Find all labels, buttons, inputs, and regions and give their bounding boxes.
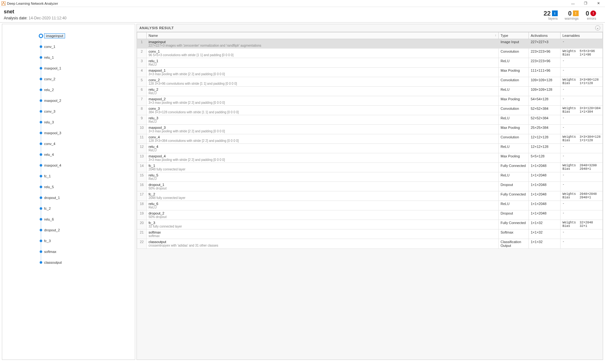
layer-activations: 54×54×128 (529, 96, 560, 106)
layer-desc: ReLU (149, 206, 496, 209)
analysis-date-value: 14-Dec-2020 11:12:40 (29, 16, 66, 20)
table-row[interactable]: 11conv_4128 3×3×384 convolutions with st… (137, 134, 603, 144)
table-row[interactable]: 1imageinput227×227×3 images with 'zeroce… (137, 39, 603, 49)
row-index: 18 (137, 201, 147, 210)
row-name-cell: conv_2128 3×3×96 convolutions with strid… (147, 77, 499, 87)
graph-node-fc_3[interactable]: fc_3 (40, 235, 135, 246)
graph-node-relu_5[interactable]: relu_5 (40, 182, 135, 192)
layer-type: Convolution (498, 106, 529, 115)
layer-name: maxpool_3 (149, 126, 496, 129)
col-activations[interactable]: Activations (529, 32, 560, 39)
node-label: relu_1 (44, 56, 54, 59)
graph-node-relu_2[interactable]: relu_2 (40, 84, 135, 95)
table-row[interactable]: 8conv_3384 3×3×128 convolutions with str… (137, 106, 603, 115)
node-dot-icon (40, 142, 42, 145)
summary-header: snet Analysis date: 14-Dec-2020 11:12:40… (0, 7, 605, 23)
table-row[interactable]: 17fc_22048 fully connected layerFully Co… (137, 191, 603, 201)
graph-node-maxpool_1[interactable]: maxpool_1 (40, 63, 135, 74)
network-graph-panel[interactable]: imageinputconv_1relu_1maxpool_1conv_2rel… (2, 24, 135, 360)
graph-node-classoutput[interactable]: classoutput (40, 257, 135, 268)
graph-node-imageinput[interactable]: imageinput (40, 30, 135, 41)
table-row[interactable]: 16dropout_150% dropoutDropout1×1×2048- (137, 182, 603, 191)
table-row[interactable]: 12relu_4ReLUReLU12×12×128- (137, 144, 603, 153)
table-row[interactable]: 18relu_6ReLUReLU1×1×2048- (137, 201, 603, 210)
row-index: 15 (137, 172, 147, 182)
node-dot-icon (40, 121, 42, 123)
graph-node-fc_1[interactable]: fc_1 (40, 171, 135, 182)
layer-type: Max Pooling (498, 125, 529, 134)
node-dot-icon (40, 110, 42, 113)
graph-node-conv_2[interactable]: conv_2 (40, 74, 135, 84)
layer-learnables: Weights 3×3×128×384 Bias 1×1×384 (560, 106, 602, 115)
graph-node-fc_2[interactable]: fc_2 (40, 203, 135, 214)
layer-desc: 3×3 max pooling with stride [2 2] and pa… (149, 101, 496, 104)
warnings-label: warnings (565, 17, 579, 20)
table-row[interactable]: 19dropout_250% dropoutDropout1×1×2048- (137, 210, 603, 220)
layer-activations: 223×223×96 (529, 58, 560, 68)
table-row[interactable]: 2conv_196 5×5×3 convolutions with stride… (137, 49, 603, 58)
layer-type: Convolution (498, 134, 529, 144)
node-dot-icon (40, 250, 42, 253)
graph-node-conv_3[interactable]: conv_3 (40, 106, 135, 117)
close-button[interactable]: ✕ (593, 0, 604, 7)
graph-node-relu_3[interactable]: relu_3 (40, 117, 135, 128)
layer-learnables: - (560, 115, 602, 125)
col-type[interactable]: Type (498, 32, 529, 39)
table-row[interactable]: 21softmaxsoftmaxSoftmax1×1×32- (137, 229, 603, 239)
stat-layers: 22i layers (544, 10, 558, 20)
table-row[interactable]: 22classoutputcrossentropyex with 'adidas… (137, 239, 603, 249)
graph-node-relu_4[interactable]: relu_4 (40, 149, 135, 160)
row-name-cell: relu_3ReLU (147, 115, 499, 125)
layer-activations: 12×12×128 (529, 144, 560, 153)
maximize-button[interactable]: ❐ (580, 0, 591, 7)
graph-node-relu_6[interactable]: relu_6 (40, 214, 135, 225)
layer-type: Dropout (498, 210, 529, 220)
table-row[interactable]: 10maxpool_33×3 max pooling with stride [… (137, 125, 603, 134)
table-row[interactable]: 14fc_12048 fully connected layerFully Co… (137, 163, 603, 172)
graph-node-conv_1[interactable]: conv_1 (40, 41, 135, 52)
graph-node-maxpool_4[interactable]: maxpool_4 (40, 160, 135, 171)
col-name[interactable]: Name↑ (147, 32, 499, 39)
table-row[interactable]: 6relu_2ReLUReLU109×109×128- (137, 87, 603, 96)
node-label: maxpool_2 (44, 99, 61, 103)
graph-node-softmax[interactable]: softmax (40, 246, 135, 257)
graph-node-maxpool_3[interactable]: maxpool_3 (40, 128, 135, 138)
node-dot-icon (40, 229, 42, 231)
row-index: 22 (137, 239, 147, 249)
graph-node-maxpool_2[interactable]: maxpool_2 (40, 95, 135, 106)
layer-desc: 227×227×3 images with 'zerocenter' norma… (149, 44, 496, 47)
node-label: relu_5 (44, 185, 54, 189)
errors-count: 0 (586, 10, 589, 17)
table-row[interactable]: 13maxpool_43×3 max pooling with stride [… (137, 153, 603, 163)
layer-desc: 3×3 max pooling with stride [2 2] and pa… (149, 129, 496, 133)
row-index: 3 (137, 58, 147, 68)
layer-learnables: - (560, 96, 602, 106)
table-row[interactable]: 4maxpool_13×3 max pooling with stride [2… (137, 68, 603, 77)
table-row[interactable]: 3relu_1ReLUReLU223×223×96- (137, 58, 603, 68)
graph-node-dropout_2[interactable]: dropout_2 (40, 225, 135, 235)
table-row[interactable]: 7maxpool_23×3 max pooling with stride [2… (137, 96, 603, 106)
row-index: 14 (137, 163, 147, 172)
layer-desc: 96 5×5×3 convolutions with stride [1 1] … (149, 53, 496, 57)
stat-warnings: 0! warnings (565, 10, 579, 20)
table-row[interactable]: 5conv_2128 3×3×96 convolutions with stri… (137, 77, 603, 87)
row-name-cell: relu_1ReLU (147, 58, 499, 68)
graph-node-dropout_1[interactable]: dropout_1 (40, 192, 135, 203)
graph-node-relu_1[interactable]: relu_1 (40, 52, 135, 63)
layer-desc: ReLU (149, 177, 496, 181)
node-label: relu_4 (44, 153, 54, 156)
row-index: 2 (137, 49, 147, 58)
minimize-button[interactable]: — (568, 0, 578, 7)
table-row[interactable]: 15relu_5ReLUReLU1×1×2048- (137, 172, 603, 182)
analysis-date-label: Analysis date: (4, 16, 28, 20)
table-row[interactable]: 20fc_332 fully connected layerFully Conn… (137, 220, 603, 229)
expand-button[interactable]: ⌄ (595, 25, 600, 30)
col-index[interactable] (137, 32, 147, 39)
table-row[interactable]: 9relu_3ReLUReLU52×52×384- (137, 115, 603, 125)
graph-node-conv_4[interactable]: conv_4 (40, 138, 135, 149)
row-name-cell: fc_12048 fully connected layer (147, 163, 499, 172)
warnings-count: 0 (568, 10, 572, 17)
row-index: 8 (137, 106, 147, 115)
errors-label: errors (586, 17, 596, 20)
col-learnables[interactable]: Learnables (560, 32, 602, 39)
